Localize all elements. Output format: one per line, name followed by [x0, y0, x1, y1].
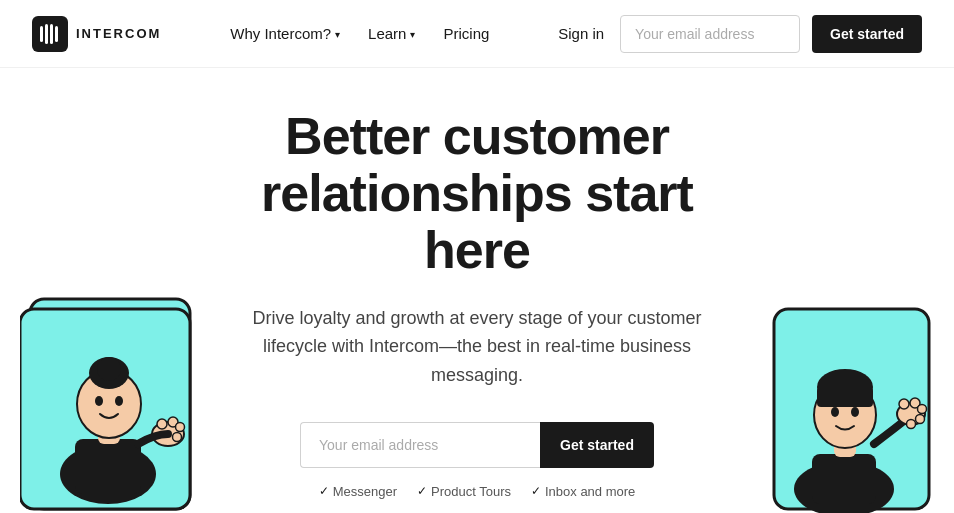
svg-point-30	[899, 399, 909, 409]
feature-messenger: ✓ Messenger	[319, 484, 397, 499]
check-icon: ✓	[319, 484, 329, 498]
svg-point-13	[95, 396, 103, 406]
svg-point-34	[907, 419, 916, 428]
svg-rect-4	[55, 26, 58, 42]
nav-why-intercom[interactable]: Why Intercom? ▾	[230, 25, 340, 42]
check-icon: ✓	[531, 484, 541, 498]
nav-right: Sign in Get started	[558, 15, 922, 53]
illustration-left	[20, 279, 210, 513]
svg-rect-1	[40, 26, 43, 42]
logo-icon	[32, 16, 68, 52]
hero-features: ✓ Messenger ✓ Product Tours ✓ Inbox and …	[217, 484, 737, 499]
nav-learn[interactable]: Learn ▾	[368, 25, 415, 42]
svg-point-27	[831, 407, 839, 417]
navbar: INTERCOM Why Intercom? ▾ Learn ▾ Pricing…	[0, 0, 954, 68]
logo[interactable]: INTERCOM	[32, 16, 161, 52]
svg-rect-26	[817, 387, 873, 407]
svg-point-12	[97, 357, 121, 381]
hero-email-input[interactable]	[300, 422, 540, 468]
nav-pricing[interactable]: Pricing	[443, 25, 489, 42]
svg-point-19	[173, 432, 182, 441]
chevron-down-icon: ▾	[335, 29, 340, 40]
hero-get-started-button[interactable]: Get started	[540, 422, 654, 468]
svg-point-18	[176, 422, 185, 431]
svg-rect-2	[45, 24, 48, 44]
nav-get-started-button[interactable]: Get started	[812, 15, 922, 53]
hero-subtitle: Drive loyalty and growth at every stage …	[237, 304, 717, 390]
logo-text: INTERCOM	[76, 26, 161, 41]
svg-rect-3	[50, 24, 53, 44]
feature-product-tours: ✓ Product Tours	[417, 484, 511, 499]
nav-email-input[interactable]	[620, 15, 800, 53]
left-character-illustration	[20, 279, 210, 513]
chevron-down-icon: ▾	[410, 29, 415, 40]
illustration-right	[764, 299, 934, 513]
hero-content: Better customer relationships start here…	[197, 68, 757, 513]
nav-links: Why Intercom? ▾ Learn ▾ Pricing	[230, 25, 489, 42]
check-icon: ✓	[417, 484, 427, 498]
hero-title: Better customer relationships start here	[217, 108, 737, 280]
hero-form: Get started	[217, 422, 737, 468]
svg-rect-8	[75, 439, 141, 494]
sign-in-link[interactable]: Sign in	[558, 25, 604, 42]
svg-point-16	[157, 419, 167, 429]
right-character-illustration	[764, 299, 934, 513]
hero-section: Better customer relationships start here…	[0, 68, 954, 513]
svg-point-28	[851, 407, 859, 417]
svg-point-32	[918, 404, 927, 413]
feature-inbox: ✓ Inbox and more	[531, 484, 635, 499]
svg-point-33	[916, 414, 925, 423]
svg-point-14	[115, 396, 123, 406]
svg-rect-22	[812, 454, 876, 504]
